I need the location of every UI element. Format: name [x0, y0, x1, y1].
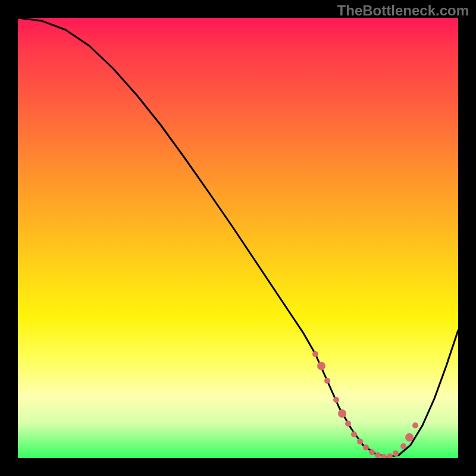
highlight-dot [363, 444, 369, 450]
chart-container: TheBottleneck.com [0, 0, 476, 476]
highlight-dot [338, 409, 346, 418]
highlight-dot [324, 378, 330, 384]
highlight-dots [312, 351, 418, 458]
plot-area [18, 18, 458, 458]
highlight-dot [375, 452, 381, 458]
highlight-dot [393, 450, 399, 456]
highlight-dot [357, 439, 363, 444]
highlight-dot [369, 449, 375, 455]
highlight-dot [351, 431, 357, 437]
highlight-dot [317, 362, 325, 370]
main-curve [18, 18, 458, 457]
highlight-dot [412, 422, 418, 428]
highlight-dot [333, 397, 339, 403]
highlight-dot [405, 433, 414, 441]
highlight-dot [345, 421, 351, 427]
watermark-text: TheBottleneck.com [337, 2, 469, 19]
highlight-dot [400, 443, 406, 449]
highlight-dot [387, 453, 393, 458]
curve-svg [18, 18, 458, 458]
highlight-dot [312, 351, 318, 357]
